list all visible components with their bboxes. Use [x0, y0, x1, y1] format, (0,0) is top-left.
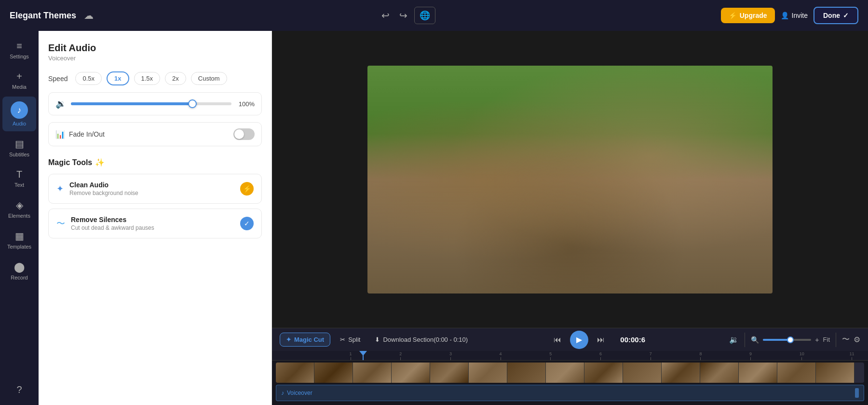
record-icon: ⬤: [14, 261, 25, 273]
edit-panel-title: Edit Audio: [48, 42, 262, 54]
zoom-out-icon: 🔍: [751, 336, 759, 344]
preview-area: ✦ Magic Cut ✂ Split ⬇ Download Section(0…: [272, 31, 868, 405]
ruler-mark-6: 6: [599, 351, 602, 360]
track-area: ♪ Voiceover: [272, 361, 868, 405]
subtitles-icon: ▤: [15, 138, 24, 150]
audio-circle-icon: ♪: [11, 101, 28, 119]
speed-custom-button[interactable]: Custom: [191, 72, 227, 85]
timeline-tracks: 1 2 3 4 5: [272, 351, 868, 405]
remove-silences-card[interactable]: 〜 Remove Silences Cut out dead & awkward…: [48, 209, 262, 238]
video-track[interactable]: [276, 363, 864, 383]
video-scene: [367, 66, 773, 293]
video-container: [272, 31, 868, 328]
ruler-mark-3: 3: [449, 351, 452, 360]
magic-cut-icon: ✦: [286, 336, 291, 343]
invite-button[interactable]: 👤 Invite: [781, 12, 808, 19]
volume-percentage: 100%: [236, 100, 255, 108]
audio-track[interactable]: ♪ Voiceover: [276, 385, 864, 401]
text-icon: T: [16, 169, 22, 180]
speed-label: Speed: [48, 75, 68, 83]
templates-label: Templates: [7, 244, 31, 250]
elements-label: Elements: [8, 213, 30, 219]
timeline-settings-icon: ⚙: [854, 335, 860, 344]
sidebar-item-text[interactable]: T Text: [2, 164, 36, 193]
zoom-slider[interactable]: [763, 339, 811, 341]
main-area: ≡ Settings + Media ♪ Audio ▤ Subtitles T…: [0, 31, 868, 405]
magic-cut-button[interactable]: ✦ Magic Cut: [280, 333, 330, 347]
templates-icon: ▦: [15, 230, 24, 242]
split-button[interactable]: ✂ Split: [335, 333, 365, 346]
sidebar-item-record[interactable]: ⬤ Record: [2, 256, 36, 285]
fit-button[interactable]: Fit: [823, 336, 830, 343]
done-button[interactable]: Done ✓: [814, 7, 858, 24]
play-button[interactable]: ▶: [570, 331, 588, 349]
speed-1.5x-button[interactable]: 1.5x: [134, 72, 161, 85]
speed-2x-button[interactable]: 2x: [165, 72, 186, 85]
fade-row: 📊 Fade In/Out: [48, 122, 262, 146]
fade-icon: 📊: [55, 130, 65, 139]
remove-silences-name: Remove Silences: [71, 216, 234, 223]
sidebar-item-elements[interactable]: ◈ Elements: [2, 195, 36, 223]
ruler-mark-9: 9: [749, 351, 752, 360]
edit-panel-subtitle: Voiceover: [48, 55, 262, 62]
skip-forward-button[interactable]: ⏭: [593, 334, 609, 346]
download-icon: ⬇: [375, 336, 380, 343]
remove-silences-badge: ✓: [240, 217, 254, 230]
tl-right-controls: 🔉 🔍 + Fit 〜 ⚙: [729, 333, 860, 347]
audio-track-icon: ♪: [281, 390, 284, 396]
settings-icon: ≡: [16, 41, 22, 52]
timeline-bar: ✦ Magic Cut ✂ Split ⬇ Download Section(0…: [272, 328, 868, 351]
remove-silences-icon: 〜: [56, 218, 65, 229]
checkmark-icon: ✓: [843, 12, 849, 19]
sidebar-item-subtitles[interactable]: ▤ Subtitles: [2, 133, 36, 162]
redo-button[interactable]: ↪: [396, 7, 410, 24]
volume-icon: 🔉: [55, 98, 66, 109]
skip-back-button[interactable]: ⏮: [550, 334, 565, 346]
audio-label: Audio: [13, 121, 26, 126]
clean-audio-name: Clean Audio: [69, 181, 234, 189]
sidebar-item-media[interactable]: + Media: [2, 66, 36, 95]
media-icon: +: [16, 71, 22, 82]
icon-sidebar: ≡ Settings + Media ♪ Audio ▤ Subtitles T…: [0, 31, 39, 405]
sidebar-item-settings[interactable]: ≡ Settings: [2, 36, 36, 64]
volume-slider[interactable]: [71, 102, 231, 105]
sidebar-item-audio[interactable]: ♪ Audio: [2, 97, 36, 131]
ruler-mark-7: 7: [650, 351, 652, 360]
speed-1x-button[interactable]: 1x: [107, 71, 129, 85]
audio-track-handle[interactable]: [855, 388, 859, 398]
upgrade-button[interactable]: ⚡ Upgrade: [721, 8, 775, 23]
ruler-mark-8: 8: [699, 351, 702, 360]
remove-silences-desc: Cut out dead & awkward pauses: [71, 224, 234, 231]
settings-label: Settings: [10, 54, 29, 59]
cloud-icon: ☁: [84, 10, 94, 21]
zoom-in-icon: +: [815, 336, 819, 344]
subtitles-label: Subtitles: [9, 152, 29, 157]
volume-row: 🔉 100%: [48, 92, 262, 115]
person-icon: 👤: [781, 12, 789, 19]
sidebar-item-help[interactable]: ?: [2, 379, 36, 400]
globe-button[interactable]: 🌐: [414, 7, 435, 24]
download-label: Download Section(0:00 - 0:10): [383, 336, 468, 343]
magic-tools-header: Magic Tools ✨: [48, 158, 262, 167]
split-icon: ✂: [340, 336, 345, 343]
video-thumbnail-strip: [276, 363, 864, 383]
upgrade-icon: ⚡: [729, 12, 737, 19]
done-label: Done: [823, 12, 840, 19]
video-frame: [367, 66, 773, 293]
undo-button[interactable]: ↩: [379, 7, 393, 24]
edit-panel: Edit Audio Voiceover Speed 0.5x 1x 1.5x …: [39, 31, 272, 405]
check-icon: ✓: [244, 220, 250, 227]
fade-toggle[interactable]: [233, 128, 255, 140]
sidebar-item-templates[interactable]: ▦ Templates: [2, 225, 36, 254]
magic-cut-label: Magic Cut: [294, 336, 324, 343]
timeline-ruler: 1 2 3 4 5: [272, 351, 868, 361]
speed-0.5x-button[interactable]: 0.5x: [75, 72, 102, 85]
ruler-mark-10: 10: [800, 351, 804, 360]
help-icon: ?: [16, 384, 22, 395]
download-section-button[interactable]: ⬇ Download Section(0:00 - 0:10): [370, 333, 473, 346]
clean-audio-card[interactable]: ✦ Clean Audio Remove background noise ⚡: [48, 174, 262, 204]
lightning-icon: ⚡: [243, 185, 251, 193]
topbar-title: Elegant Themes: [10, 11, 76, 21]
ruler-mark-11: 11: [850, 351, 854, 360]
audio-track-label: Voiceover: [287, 390, 312, 396]
